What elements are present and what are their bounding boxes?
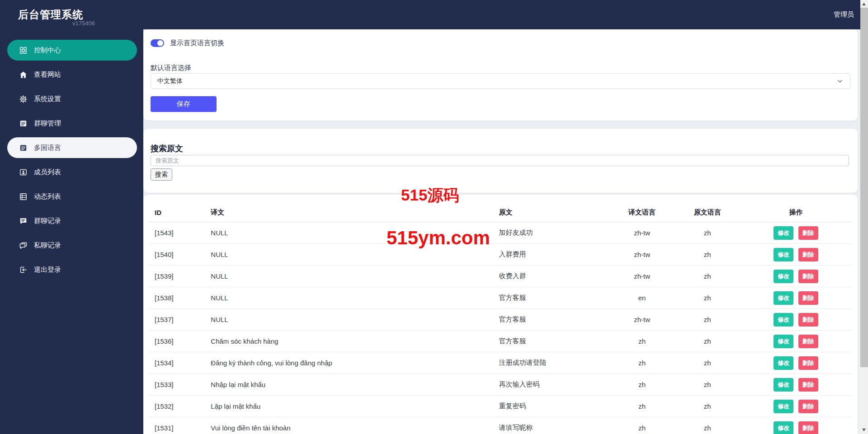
admin-user-link[interactable]: 管理员: [834, 10, 854, 19]
scrollbar-thumb[interactable]: [860, 8, 868, 367]
header-original: 原文: [493, 195, 609, 222]
cell-actions: 修改 删除: [740, 309, 852, 331]
cell-original: 官方客服: [493, 309, 609, 331]
edit-button[interactable]: 修改: [774, 378, 793, 392]
cell-original-lang: zh: [675, 287, 740, 309]
cell-original: 加好友成功: [493, 222, 609, 244]
cell-id: [1537]: [149, 309, 205, 331]
cell-original-lang: zh: [675, 244, 740, 266]
sidebar-item-private-chat-records[interactable]: 私聊记录: [7, 235, 137, 256]
edit-button[interactable]: 修改: [774, 248, 793, 261]
cell-actions: 修改 删除: [740, 417, 852, 434]
sidebar-item-member-list[interactable]: 成员列表: [7, 162, 137, 182]
homepage-language-toggle[interactable]: [151, 39, 164, 47]
delete-button[interactable]: 删除: [798, 291, 818, 305]
cell-actions: 修改 删除: [740, 331, 852, 352]
sidebar-item-label: 私聊记录: [34, 241, 61, 250]
search-input[interactable]: [151, 155, 849, 166]
cell-translation: Chăm sóc khách hàng: [205, 331, 493, 352]
scrollbar-up-arrow-icon[interactable]: [862, 3, 866, 5]
sidebar-item-label: 群聊管理: [34, 119, 61, 128]
selected-language: 中文繁体: [157, 77, 183, 85]
cell-actions: 修改 删除: [740, 396, 852, 417]
cell-id: [1538]: [149, 287, 205, 309]
cell-translation-lang: zh-tw: [609, 244, 675, 266]
app-version: v175406: [72, 20, 95, 27]
sidebar-item-multi-language[interactable]: 多国语言: [7, 137, 137, 158]
sidebar-item-control-center[interactable]: 控制中心: [7, 40, 137, 61]
cell-actions: 修改 删除: [740, 222, 852, 244]
cell-id: [1531]: [149, 417, 205, 434]
table-row: [1536] Chăm sóc khách hàng 官方客服 zh zh 修改…: [149, 331, 852, 352]
sidebar-item-label: 退出登录: [34, 266, 61, 274]
edit-button[interactable]: 修改: [774, 313, 793, 327]
cell-actions: 修改 删除: [740, 244, 852, 266]
cell-translation: NULL: [205, 309, 493, 331]
cell-original-lang: zh: [675, 309, 740, 331]
table-list-icon: [19, 192, 28, 201]
sidebar-item-label: 群聊记录: [34, 217, 61, 225]
cell-translation-lang: zh-tw: [609, 309, 675, 331]
cell-translation-lang: zh-tw: [609, 222, 675, 244]
default-language-select[interactable]: 中文繁体: [151, 73, 850, 89]
cell-original: 入群费用: [493, 244, 609, 266]
cell-translation: Đăng ký thành công, vui lòng đăng nhập: [205, 352, 493, 374]
page-scrollbar[interactable]: [860, 0, 868, 434]
edit-button[interactable]: 修改: [774, 270, 793, 283]
delete-button[interactable]: 删除: [798, 378, 818, 392]
table-row: [1543] NULL 加好友成功 zh-tw zh 修改 删除: [149, 222, 852, 244]
edit-button[interactable]: 修改: [774, 226, 793, 240]
cell-id: [1536]: [149, 331, 205, 352]
sidebar-item-group-chat-management[interactable]: 群聊管理: [7, 113, 137, 134]
delete-button[interactable]: 删除: [798, 356, 818, 370]
cell-original-lang: zh: [675, 266, 740, 287]
delete-button[interactable]: 删除: [798, 226, 818, 240]
cell-id: [1532]: [149, 396, 205, 417]
table-row: [1537] NULL 官方客服 zh-tw zh 修改 删除: [149, 309, 852, 331]
table-header-row: ID 译文 原文 译文语言 原文语言 操作: [149, 195, 852, 222]
edit-button[interactable]: 修改: [774, 291, 793, 305]
language-doc-icon: [19, 143, 28, 152]
cell-translation-lang: zh: [609, 396, 675, 417]
sidebar-item-view-site[interactable]: 查看网站: [7, 64, 137, 85]
scrollbar-down-arrow-icon[interactable]: [862, 429, 866, 431]
search-button[interactable]: 搜索: [151, 168, 172, 181]
edit-button[interactable]: 修改: [774, 335, 793, 348]
cell-id: [1543]: [149, 222, 205, 244]
edit-button[interactable]: 修改: [774, 421, 793, 434]
delete-button[interactable]: 删除: [798, 421, 818, 434]
cell-original: 官方客服: [493, 331, 609, 352]
top-header: 管理员: [143, 0, 860, 29]
sidebar-item-activity-list[interactable]: 动态列表: [7, 186, 137, 207]
delete-button[interactable]: 删除: [798, 335, 818, 348]
default-language-label: 默认语言选择: [151, 64, 191, 72]
dashboard-icon: [19, 46, 28, 55]
translations-table: ID 译文 原文 译文语言 原文语言 操作 [1543] NULL 加好友成功 …: [149, 195, 852, 434]
delete-button[interactable]: 删除: [798, 400, 818, 413]
cell-id: [1534]: [149, 352, 205, 374]
sidebar-item-system-settings[interactable]: 系统设置: [7, 89, 137, 109]
language-settings-card: 显示首页语言切换 默认语言选择 中文繁体 保存: [143, 29, 858, 121]
delete-button[interactable]: 删除: [798, 270, 818, 283]
delete-button[interactable]: 删除: [798, 248, 818, 261]
sidebar-item-label: 控制中心: [34, 46, 61, 55]
edit-button[interactable]: 修改: [774, 400, 793, 413]
cell-original: 再次输入密码: [493, 374, 609, 396]
cell-original: 官方客服: [493, 287, 609, 309]
delete-button[interactable]: 删除: [798, 313, 818, 327]
sidebar-item-group-chat-records[interactable]: 群聊记录: [7, 210, 137, 231]
sidebar-item-label: 查看网站: [34, 70, 61, 79]
cell-id: [1540]: [149, 244, 205, 266]
cell-actions: 修改 删除: [740, 287, 852, 309]
sidebar-item-logout[interactable]: 退出登录: [7, 259, 137, 280]
cell-translation-lang: en: [609, 287, 675, 309]
watermark-line1: 515源码: [401, 185, 459, 206]
header-id: ID: [149, 195, 205, 222]
save-button[interactable]: 保存: [151, 96, 217, 112]
cell-translation: Lặp lại mật khẩu: [205, 396, 493, 417]
chat-lines-icon: [19, 216, 28, 225]
cell-translation-lang: zh: [609, 417, 675, 434]
edit-button[interactable]: 修改: [774, 356, 793, 370]
table-row: [1534] Đăng ký thành công, vui lòng đăng…: [149, 352, 852, 374]
cell-original-lang: zh: [675, 352, 740, 374]
